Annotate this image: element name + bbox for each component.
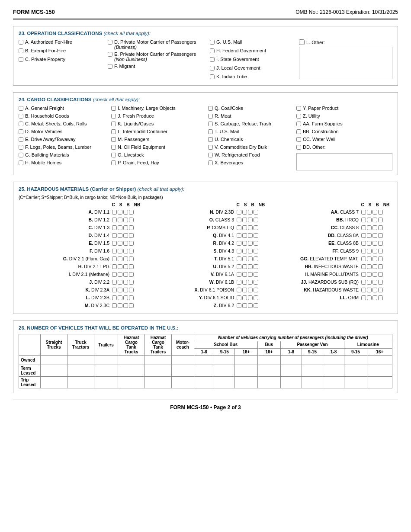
haz-J-B[interactable] xyxy=(123,280,128,285)
haz-I-NB[interactable] xyxy=(129,272,134,277)
haz-CC-B[interactable] xyxy=(372,225,377,230)
term-limo-1-8-input[interactable] xyxy=(324,369,342,373)
haz-Y-C[interactable] xyxy=(237,295,241,300)
trip-pv-1-8-input[interactable] xyxy=(282,380,300,385)
haz-N-C[interactable] xyxy=(237,210,241,215)
haz-II-B[interactable] xyxy=(372,272,377,277)
term-hazmat-tank-trailers-input[interactable] xyxy=(146,369,170,373)
term-bus-16plus-input[interactable] xyxy=(259,369,279,373)
haz-T-NB[interactable] xyxy=(254,256,258,261)
haz-F-B[interactable] xyxy=(123,249,128,253)
haz-R-B[interactable] xyxy=(248,241,253,246)
haz-HH-C[interactable] xyxy=(361,264,366,269)
haz-S-B[interactable] xyxy=(248,249,253,253)
owned-trailers-input[interactable] xyxy=(96,358,116,362)
op-class-G-checkbox[interactable] xyxy=(210,40,215,45)
haz-H-NB[interactable] xyxy=(129,264,134,269)
haz-B-C[interactable] xyxy=(112,218,117,222)
trip-trailers-input[interactable] xyxy=(96,380,116,385)
haz-A-B[interactable] xyxy=(123,210,128,215)
haz-DD-C[interactable] xyxy=(361,233,366,238)
trip-sb-16plus-input[interactable] xyxy=(236,380,256,385)
haz-R-C[interactable] xyxy=(237,241,241,246)
cargo-Y-cb[interactable] xyxy=(296,106,301,111)
owned-limo-9-15-input[interactable] xyxy=(346,358,366,362)
cargo-E-cb[interactable] xyxy=(19,137,23,142)
haz-N-S[interactable] xyxy=(242,210,247,215)
cargo-L-cb[interactable] xyxy=(111,129,116,134)
cargo-M-cb[interactable] xyxy=(111,137,116,142)
haz-C-B[interactable] xyxy=(123,225,128,230)
haz-G-B[interactable] xyxy=(123,256,128,261)
haz-B-B[interactable] xyxy=(123,218,128,222)
owned-limo-1-8[interactable] xyxy=(323,356,344,365)
haz-C-S[interactable] xyxy=(118,225,122,230)
haz-V-NB[interactable] xyxy=(254,272,258,277)
owned-limo-9-15[interactable] xyxy=(344,356,367,365)
owned-straight-trucks-input[interactable] xyxy=(42,358,66,362)
owned-pv-1-8[interactable] xyxy=(281,356,302,365)
cargo-A-cb[interactable] xyxy=(19,106,23,111)
op-class-F-checkbox[interactable] xyxy=(108,64,112,69)
owned-hazmat-tank-trailers-input[interactable] xyxy=(146,358,170,362)
haz-DD-S[interactable] xyxy=(367,233,372,238)
op-class-I-checkbox[interactable] xyxy=(210,57,215,62)
owned-hazmat-tank-trucks-input[interactable] xyxy=(119,358,143,362)
trip-hazmat-tank-trucks-input[interactable] xyxy=(119,380,143,385)
haz-BB-S[interactable] xyxy=(367,218,372,222)
cargo-W-cb[interactable] xyxy=(208,153,213,157)
haz-T-S[interactable] xyxy=(242,256,247,261)
haz-E-S[interactable] xyxy=(118,241,122,246)
haz-EE-B[interactable] xyxy=(372,241,377,246)
haz-BB-NB[interactable] xyxy=(378,218,383,222)
haz-B-NB[interactable] xyxy=(129,218,134,222)
owned-sb-1-8[interactable] xyxy=(194,356,214,365)
op-class-L-checkbox[interactable] xyxy=(299,39,305,45)
term-hazmat-tank-trucks-input[interactable] xyxy=(119,369,143,373)
cargo-DD-cb[interactable] xyxy=(296,145,301,150)
haz-EE-S[interactable] xyxy=(367,241,372,246)
cargo-D-cb[interactable] xyxy=(19,129,23,134)
haz-U-C[interactable] xyxy=(237,264,241,269)
haz-L-NB[interactable] xyxy=(129,295,134,300)
owned-hazmat-tank-trucks[interactable] xyxy=(118,356,145,365)
haz-F-NB[interactable] xyxy=(129,249,134,253)
haz-Y-B[interactable] xyxy=(248,295,253,300)
haz-BB-B[interactable] xyxy=(372,218,377,222)
haz-D-S[interactable] xyxy=(118,233,122,238)
trip-motorcoach-input[interactable] xyxy=(173,380,193,385)
haz-V-S[interactable] xyxy=(242,272,247,277)
owned-hazmat-tank-trailers[interactable] xyxy=(145,356,172,365)
haz-F-C[interactable] xyxy=(112,249,117,253)
op-class-L-text-box[interactable] xyxy=(299,47,392,79)
haz-M-C[interactable] xyxy=(112,303,117,308)
term-sb-16plus-input[interactable] xyxy=(236,369,256,373)
haz-LL-C[interactable] xyxy=(361,295,366,300)
owned-motorcoach[interactable] xyxy=(172,356,194,365)
haz-T-C[interactable] xyxy=(237,256,241,261)
haz-L-C[interactable] xyxy=(112,295,117,300)
haz-W-B[interactable] xyxy=(248,280,253,285)
term-pv-9-15-input[interactable] xyxy=(303,369,322,373)
haz-II-NB[interactable] xyxy=(378,272,383,277)
haz-AA-S[interactable] xyxy=(367,210,372,215)
haz-P-NB[interactable] xyxy=(254,225,258,230)
owned-sb-9-15-input[interactable] xyxy=(215,358,233,362)
haz-P-S[interactable] xyxy=(242,225,247,230)
haz-Z-C[interactable] xyxy=(237,303,241,308)
haz-LL-S[interactable] xyxy=(367,295,372,300)
haz-Z-S[interactable] xyxy=(242,303,247,308)
trip-bus-16plus-input[interactable] xyxy=(259,380,279,385)
owned-straight-trucks[interactable] xyxy=(41,356,67,365)
owned-pv-9-15[interactable] xyxy=(302,356,323,365)
haz-Y-NB[interactable] xyxy=(254,295,258,300)
haz-GG-C[interactable] xyxy=(361,256,366,261)
op-class-J-checkbox[interactable] xyxy=(210,66,215,71)
op-class-K-checkbox[interactable] xyxy=(210,74,215,79)
haz-II-S[interactable] xyxy=(367,272,372,277)
haz-JJ-C[interactable] xyxy=(361,280,366,285)
owned-sb-16plus[interactable] xyxy=(235,356,257,365)
cargo-AA-cb[interactable] xyxy=(296,122,301,126)
haz-C-NB[interactable] xyxy=(129,225,134,230)
haz-HH-NB[interactable] xyxy=(378,264,383,269)
